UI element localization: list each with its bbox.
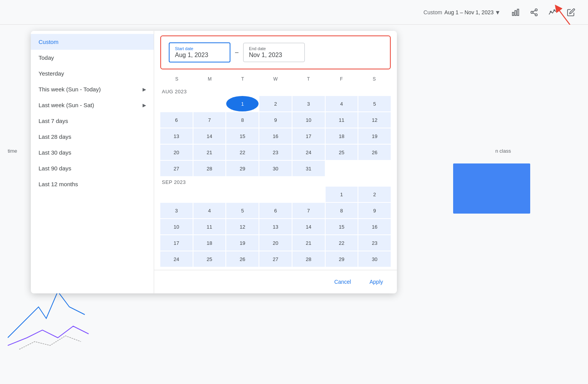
day-cell[interactable]: 23 [259,145,292,160]
day-cell[interactable]: 5 [358,96,391,111]
preset-label: Yesterday [39,70,64,77]
day-cell[interactable]: 29 [226,161,259,176]
day-cell[interactable]: 19 [358,128,391,144]
day-header: M [193,74,226,84]
day-cell[interactable]: 30 [259,161,292,176]
day-cell[interactable]: 6 [160,112,193,128]
start-date-field[interactable]: Start date Aug 1, 2023 [169,42,230,62]
empty-day-cell [226,187,259,202]
day-cell[interactable]: 9 [358,203,391,218]
day-cell[interactable]: 11 [326,112,358,128]
day-cell[interactable]: 31 [292,161,325,176]
chevron-down-icon: ▾ [496,8,499,17]
day-cell[interactable]: 8 [326,203,358,218]
sparkline-icon-button[interactable] [545,5,560,20]
day-cell[interactable]: 27 [160,161,193,176]
day-cell[interactable]: 14 [193,128,226,144]
day-cell[interactable]: 9 [259,112,292,128]
calendar-scroll[interactable]: SMTWTFS AUG 2023123456789101112131415161… [154,74,397,270]
day-cell[interactable]: 23 [358,235,391,251]
day-cell[interactable]: 15 [326,219,358,234]
day-cell[interactable]: 28 [292,251,325,267]
preset-item-last-7[interactable]: Last 7 days [31,113,154,129]
day-cell[interactable]: 3 [292,96,325,111]
day-cell[interactable]: 20 [259,235,292,251]
day-cell[interactable]: 30 [358,251,391,267]
day-cell[interactable]: 26 [358,145,391,160]
month-1: SEP 202312345678910111213141516171819202… [160,176,391,267]
day-cell[interactable]: 25 [326,145,358,160]
preset-item-last-28[interactable]: Last 28 days [31,129,154,145]
edit-icon-button[interactable] [563,5,579,20]
day-cell[interactable]: 10 [292,112,325,128]
day-cell[interactable]: 1 [326,187,358,202]
day-cell[interactable]: 6 [259,203,292,218]
day-cell[interactable]: 7 [292,203,325,218]
share-icon-button[interactable] [526,5,542,20]
date-range-preset-label: Custom [423,9,442,15]
day-cell[interactable]: 7 [193,112,226,128]
day-cell[interactable]: 22 [326,235,358,251]
day-cell[interactable]: 4 [326,96,358,111]
preset-item-last-90[interactable]: Last 90 days [31,160,154,176]
svg-line-6 [533,13,535,14]
day-cell[interactable]: 17 [160,235,193,251]
preset-label: This week (Sun - Today) [39,86,101,93]
preset-item-last-12m[interactable]: Last 12 months [31,176,154,192]
preset-item-yesterday[interactable]: Yesterday [31,66,154,81]
day-cell[interactable]: 21 [292,235,325,251]
preset-item-this-week[interactable]: This week (Sun - Today)▶ [31,81,154,97]
day-cell[interactable]: 5 [226,203,259,218]
day-cell[interactable]: 2 [358,187,391,202]
day-cell[interactable]: 14 [292,219,325,234]
day-cell[interactable]: 21 [193,145,226,160]
bar-chart-icon-button[interactable] [508,5,523,20]
empty-day-cell [160,187,193,202]
preset-item-last-30[interactable]: Last 30 days [31,145,154,160]
preset-item-today[interactable]: Today [31,50,154,66]
day-cell[interactable]: 1 [226,96,259,111]
day-cell[interactable]: 2 [259,96,292,111]
cancel-button[interactable]: Cancel [328,275,357,289]
day-cell[interactable]: 18 [326,128,358,144]
day-cell[interactable]: 20 [160,145,193,160]
day-cell[interactable]: 13 [259,219,292,234]
start-date-value: Aug 1, 2023 [175,52,224,59]
day-cell[interactable]: 19 [226,235,259,251]
empty-day-cell [193,96,226,111]
chart-blue-bar [453,163,530,214]
day-cell[interactable]: 10 [160,219,193,234]
apply-button[interactable]: Apply [363,275,389,289]
day-cell[interactable]: 17 [292,128,325,144]
day-cell[interactable]: 24 [292,145,325,160]
day-cell[interactable]: 13 [160,128,193,144]
day-cell[interactable]: 25 [193,251,226,267]
day-cell[interactable]: 8 [226,112,259,128]
end-date-field[interactable]: End date Nov 1, 2023 [243,43,305,62]
day-cell[interactable]: 4 [193,203,226,218]
day-cell[interactable]: 12 [358,112,391,128]
day-cell[interactable]: 3 [160,203,193,218]
preset-item-last-week[interactable]: Last week (Sun - Sat)▶ [31,97,154,113]
day-cell[interactable]: 16 [358,219,391,234]
day-cell[interactable]: 29 [326,251,358,267]
day-cell[interactable]: 16 [259,128,292,144]
top-bar: Custom Aug 1 – Nov 1, 2023 ▾ [0,0,588,25]
day-cell[interactable]: 12 [226,219,259,234]
day-cell[interactable]: 18 [193,235,226,251]
preset-scroll[interactable]: CustomTodayYesterdayThis week (Sun - Tod… [31,34,154,192]
date-picker-dropdown: CustomTodayYesterdayThis week (Sun - Tod… [31,31,397,293]
day-cell[interactable]: 24 [160,251,193,267]
day-cell[interactable]: 26 [226,251,259,267]
day-header: T [292,74,325,84]
month-label: SEP 2023 [160,176,391,187]
preset-label: Last 7 days [39,118,68,124]
day-cell[interactable]: 15 [226,128,259,144]
day-cell[interactable]: 27 [259,251,292,267]
preset-item-custom[interactable]: Custom [31,34,154,50]
preset-label: Last 12 months [39,181,78,187]
day-cell[interactable]: 22 [226,145,259,160]
day-cell[interactable]: 28 [193,161,226,176]
date-range-selector[interactable]: Custom Aug 1 – Nov 1, 2023 ▾ [420,6,503,19]
day-cell[interactable]: 11 [193,219,226,234]
